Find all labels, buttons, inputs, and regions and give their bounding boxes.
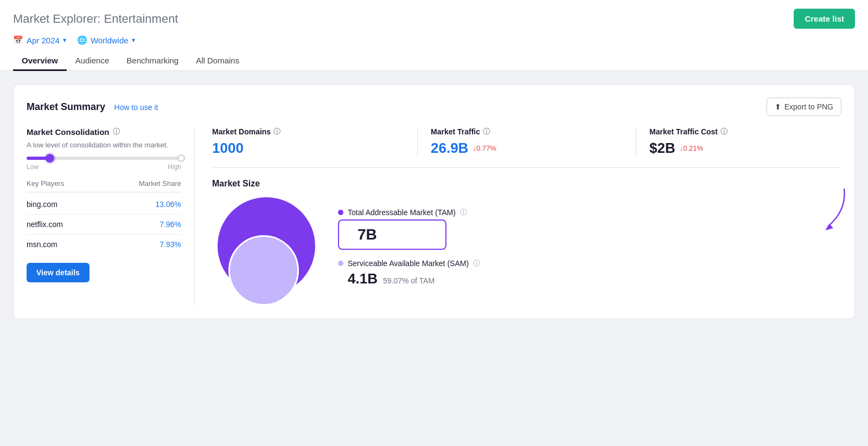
domain-name: bing.com [27,200,58,209]
sam-value: 4.1B [348,270,378,287]
col-market-share: Market Share [139,179,181,188]
arrow-annotation [798,186,852,235]
calendar-icon: 📅 [13,35,23,45]
info-icon[interactable]: ⓘ [113,127,120,137]
info-icon[interactable]: ⓘ [460,208,467,217]
traffic-cost-change-badge: ↓0.21% [680,144,703,152]
tab-benchmarking[interactable]: Benchmarking [118,51,187,71]
sam-sub: 59.07% of TAM [383,276,435,285]
tam-legend-item: Total Addressable Market (TAM) ⓘ 7B [338,208,841,250]
info-icon[interactable]: ⓘ [720,127,727,137]
slider-high-label: High [168,163,181,171]
market-share-val: 13.06% [156,200,181,209]
market-domains-label: Market Domains [212,127,271,136]
sam-legend-item: Serviceable Available Market (SAM) ⓘ 4.1… [338,258,841,287]
left-panel: Market Consolidation ⓘ A low level of co… [27,127,195,306]
region-filter[interactable]: 🌐 Worldwide ▾ [77,35,135,45]
tam-value: 7B [358,226,437,243]
date-filter[interactable]: 📅 Apr 2024 ▾ [13,35,66,45]
metrics-row: Market Domains ⓘ 1000 Market Traffic ⓘ [212,127,841,168]
table-row: bing.com 13.06% [27,195,181,215]
venn-diagram [212,197,321,306]
date-filter-label: Apr 2024 [27,36,60,45]
traffic-change-badge: ↓0.77% [473,144,496,152]
sam-label: Serviceable Available Market (SAM) [348,259,469,268]
market-size-section: Market Size [212,179,841,306]
market-domains-block: Market Domains ⓘ 1000 [212,127,418,157]
market-traffic-value: 26.9B ↓0.77% [431,140,623,157]
market-traffic-cost-value: $2B ↓0.21% [649,140,841,157]
export-icon: ⬆ [775,102,781,111]
view-details-button[interactable]: View details [27,263,90,282]
domain-name: msn.com [27,240,58,249]
legend-area: Total Addressable Market (TAM) ⓘ 7B [338,208,841,296]
tam-dot [338,210,343,215]
venn-inner-circle [228,235,299,306]
tab-overview[interactable]: Overview [13,51,67,71]
legend-items: Total Addressable Market (TAM) ⓘ 7B [338,208,841,287]
page-title: Market Explorer: Entertainment [13,12,178,26]
info-icon[interactable]: ⓘ [483,127,490,137]
info-icon[interactable]: ⓘ [473,258,480,268]
market-share-val: 7.96% [159,220,181,229]
consolidation-desc: A low level of consolidation within the … [27,141,181,149]
chevron-down-icon: ▾ [63,36,66,44]
market-size-title: Market Size [212,179,841,189]
col-key-players: Key Players [27,179,64,188]
globe-icon: 🌐 [77,35,87,45]
market-traffic-cost-block: Market Traffic Cost ⓘ $2B ↓0.21% [649,127,841,157]
region-filter-label: Worldwide [91,36,129,45]
page-title-main: Market Explorer: [13,12,100,25]
market-summary-title: Market Summary [27,101,105,112]
key-players-table: Key Players Market Share bing.com 13.06%… [27,179,181,254]
right-panel: Market Domains ⓘ 1000 Market Traffic ⓘ [195,127,841,306]
svg-marker-0 [825,224,833,230]
consolidation-title: Market Consolidation ⓘ [27,127,181,137]
info-icon[interactable]: ⓘ [273,127,280,137]
market-domains-value: 1000 [212,140,404,157]
market-traffic-label: Market Traffic [431,127,480,136]
how-to-use-link[interactable]: How to use it [114,103,158,112]
create-list-button[interactable]: Create list [794,9,855,29]
tab-all-domains[interactable]: All Domains [187,51,248,71]
domain-name: netflix.com [27,220,63,229]
slider-low-label: Low [27,163,39,171]
table-row: netflix.com 7.96% [27,215,181,235]
table-row: msn.com 7.93% [27,235,181,254]
consolidation-slider[interactable] [27,157,181,160]
tab-audience[interactable]: Audience [67,51,118,71]
page-title-sub: Entertainment [104,12,178,25]
market-share-val: 7.93% [159,240,181,249]
market-traffic-cost-label: Market Traffic Cost [649,127,718,136]
chevron-down-icon: ▾ [132,36,135,44]
main-nav: Overview Audience Benchmarking All Domai… [13,51,855,70]
market-traffic-block: Market Traffic ⓘ 26.9B ↓0.77% [431,127,636,157]
tam-label: Total Addressable Market (TAM) [348,208,456,217]
export-label: Export to PNG [784,102,833,111]
market-summary-card: Market Summary How to use it ⬆ Export to… [13,84,855,319]
sam-dot [338,261,343,266]
export-button[interactable]: ⬆ Export to PNG [767,98,841,116]
tam-value-box: 7B [338,219,446,250]
